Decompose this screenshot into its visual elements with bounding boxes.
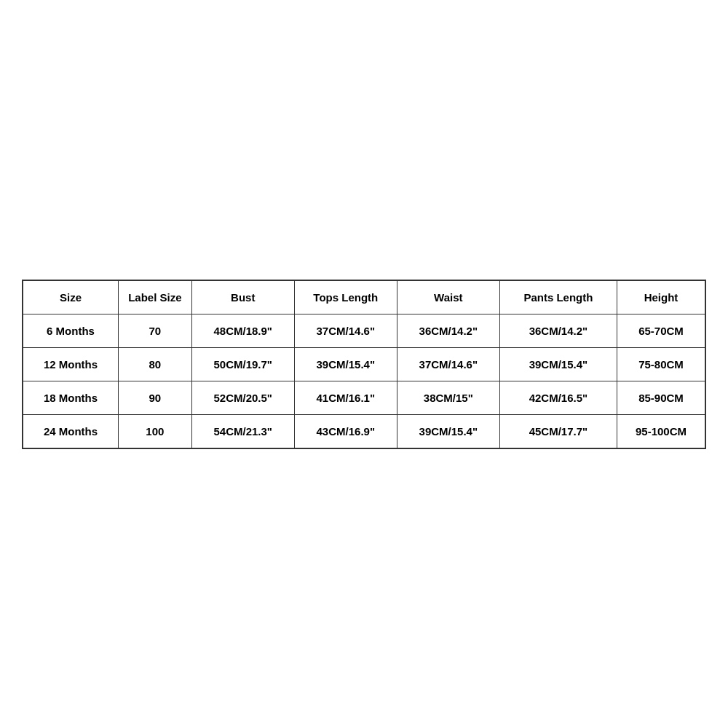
cell-bust-row-2: 52CM/20.5" bbox=[191, 381, 294, 414]
header-tops-length: Tops Length bbox=[294, 280, 397, 314]
cell-waist-row-2: 38CM/15" bbox=[397, 381, 499, 414]
cell-label_size-row-1: 80 bbox=[118, 347, 191, 381]
cell-height-row-3: 95-100CM bbox=[617, 414, 705, 448]
cell-height-row-2: 85-90CM bbox=[617, 381, 705, 414]
table-row: 12 Months8050CM/19.7"39CM/15.4"37CM/14.6… bbox=[23, 347, 705, 381]
header-bust: Bust bbox=[191, 280, 294, 314]
cell-size-row-3: 24 Months bbox=[23, 414, 119, 448]
cell-pants_length-row-0: 36CM/14.2" bbox=[499, 314, 617, 347]
cell-waist-row-1: 37CM/14.6" bbox=[397, 347, 499, 381]
header-size: Size bbox=[23, 280, 119, 314]
cell-tops_length-row-0: 37CM/14.6" bbox=[294, 314, 397, 347]
cell-bust-row-3: 54CM/21.3" bbox=[191, 414, 294, 448]
header-pants-length: Pants Length bbox=[499, 280, 617, 314]
cell-size-row-2: 18 Months bbox=[23, 381, 119, 414]
table-header-row: Size Label Size Bust Tops Length Waist P… bbox=[23, 280, 705, 314]
table-row: 24 Months10054CM/21.3"43CM/16.9"39CM/15.… bbox=[23, 414, 705, 448]
size-chart-table: Size Label Size Bust Tops Length Waist P… bbox=[23, 280, 705, 448]
cell-bust-row-0: 48CM/18.9" bbox=[191, 314, 294, 347]
table-row: 6 Months7048CM/18.9"37CM/14.6"36CM/14.2"… bbox=[23, 314, 705, 347]
cell-pants_length-row-3: 45CM/17.7" bbox=[499, 414, 617, 448]
cell-label_size-row-2: 90 bbox=[118, 381, 191, 414]
cell-label_size-row-0: 70 bbox=[118, 314, 191, 347]
cell-tops_length-row-3: 43CM/16.9" bbox=[294, 414, 397, 448]
header-label-size: Label Size bbox=[118, 280, 191, 314]
size-chart-container: Size Label Size Bust Tops Length Waist P… bbox=[22, 280, 706, 449]
header-waist: Waist bbox=[397, 280, 499, 314]
cell-tops_length-row-1: 39CM/15.4" bbox=[294, 347, 397, 381]
cell-height-row-1: 75-80CM bbox=[617, 347, 705, 381]
cell-size-row-1: 12 Months bbox=[23, 347, 119, 381]
cell-waist-row-3: 39CM/15.4" bbox=[397, 414, 499, 448]
cell-pants_length-row-2: 42CM/16.5" bbox=[499, 381, 617, 414]
cell-waist-row-0: 36CM/14.2" bbox=[397, 314, 499, 347]
table-row: 18 Months9052CM/20.5"41CM/16.1"38CM/15"4… bbox=[23, 381, 705, 414]
cell-bust-row-1: 50CM/19.7" bbox=[191, 347, 294, 381]
cell-pants_length-row-1: 39CM/15.4" bbox=[499, 347, 617, 381]
cell-height-row-0: 65-70CM bbox=[617, 314, 705, 347]
cell-tops_length-row-2: 41CM/16.1" bbox=[294, 381, 397, 414]
header-height: Height bbox=[617, 280, 705, 314]
cell-size-row-0: 6 Months bbox=[23, 314, 119, 347]
cell-label_size-row-3: 100 bbox=[118, 414, 191, 448]
